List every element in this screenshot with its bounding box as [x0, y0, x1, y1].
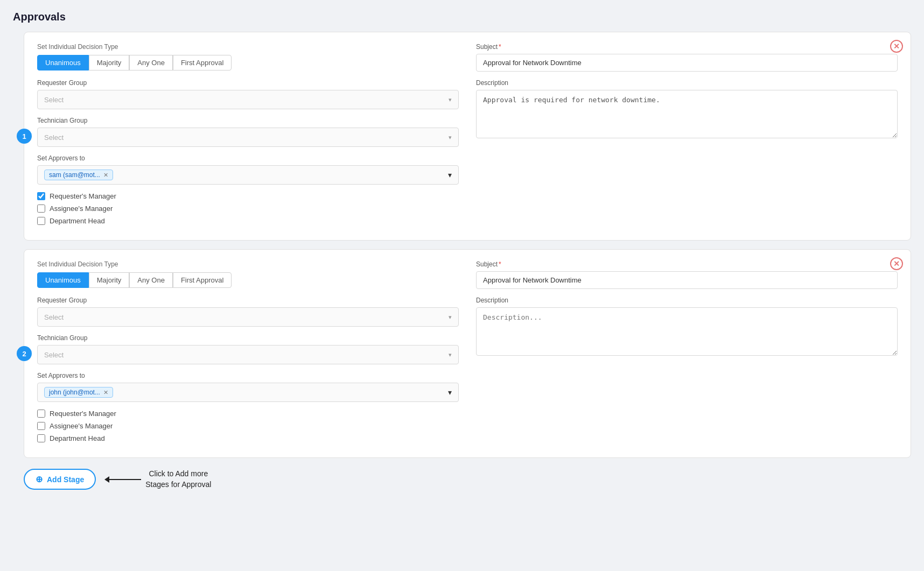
stage-2-technician-group-chevron: ▾: [449, 351, 452, 358]
stage-2-btn-any-one[interactable]: Any One: [129, 272, 173, 288]
stage-1-checkbox-department-head: Department Head: [37, 217, 459, 225]
stage-1-checkbox-requesters-manager-input[interactable]: [37, 192, 45, 200]
add-stage-plus-icon: ⊕: [36, 474, 43, 484]
stage-1-requester-group-placeholder: Select: [44, 96, 64, 104]
stage-2-technician-group-select[interactable]: Select ▾: [37, 345, 459, 364]
stage-2-right: Subject* Description: [476, 260, 898, 447]
stage-1-left: Set Individual Decision Type Unanimous M…: [37, 43, 459, 229]
stage-1-subject-input[interactable]: [476, 54, 898, 72]
stage-1-description-group: Description Approval is required for net…: [476, 79, 898, 140]
stage-2-approvers-field[interactable]: john (john@mot... ✕ ▾: [37, 383, 459, 402]
stage-1-card: 1 ✕ Set Individual Decision Type Unanimo…: [24, 32, 911, 241]
stage-2-approvers-chevron: ▾: [448, 388, 452, 397]
stage-1-decision-type-label: Set Individual Decision Type: [37, 43, 459, 51]
stage-2-requester-group: Requester Group Select ▾: [37, 297, 459, 327]
stage-2-checkbox-assignees-manager: Assignee's Manager: [37, 422, 459, 430]
stage-2-checkbox-assignees-manager-label: Assignee's Manager: [50, 422, 113, 430]
stage-1-close-button[interactable]: ✕: [890, 40, 903, 53]
stage-1-checkbox-assignees-manager-label: Assignee's Manager: [50, 205, 113, 213]
stage-1-decision-type-group: Unanimous Majority Any One First Approva…: [37, 55, 459, 71]
stage-2-description-input[interactable]: [476, 307, 898, 356]
stage-1-approver-tag-remove[interactable]: ✕: [103, 172, 108, 179]
stage-2-subject-group: Subject*: [476, 260, 898, 289]
stage-2-checkbox-department-head-label: Department Head: [50, 434, 105, 442]
stage-2-btn-unanimous[interactable]: Unanimous: [37, 272, 89, 288]
stage-1-approvers-field[interactable]: sam (sam@mot... ✕ ▾: [37, 165, 459, 185]
stage-1-checkbox-department-head-label: Department Head: [50, 217, 105, 225]
stage-2-requester-group-chevron: ▾: [449, 314, 452, 321]
stage-1-number: 1: [17, 129, 32, 144]
stage-2-technician-group: Technician Group Select ▾: [37, 334, 459, 364]
annotation-text: Click to Add moreStages for Approval: [145, 469, 211, 490]
stage-1-btn-first-approval[interactable]: First Approval: [173, 55, 232, 71]
page-title: Approvals: [13, 11, 911, 23]
stage-1-subject-label: Subject*: [476, 43, 898, 51]
stage-1-checkbox-department-head-input[interactable]: [37, 217, 45, 225]
stage-1-technician-group-placeholder: Select: [44, 133, 64, 142]
arrow-icon: [109, 479, 141, 480]
stage-1-checkbox-requesters-manager-label: Requester's Manager: [50, 192, 116, 200]
stage-1-description-input[interactable]: Approval is required for network downtim…: [476, 90, 898, 138]
add-stage-button[interactable]: ⊕ Add Stage: [24, 469, 96, 490]
stage-1-requester-group-label: Requester Group: [37, 79, 459, 87]
stage-2-approvers: Set Approvers to john (john@mot... ✕ ▾: [37, 372, 459, 402]
stage-1-subject-group: Subject*: [476, 43, 898, 72]
stage-2-checkbox-department-head-input[interactable]: [37, 434, 45, 442]
stage-1-right: Subject* Description Approval is require…: [476, 43, 898, 229]
stage-1-checkbox-requesters-manager: Requester's Manager: [37, 192, 459, 200]
arrow-annotation: [109, 479, 141, 480]
annotation: Click to Add moreStages for Approval: [109, 469, 211, 490]
stage-2-approvers-label: Set Approvers to: [37, 372, 459, 379]
stage-1-btn-any-one[interactable]: Any One: [129, 55, 173, 71]
bottom-bar: ⊕ Add Stage Click to Add moreStages for …: [13, 469, 911, 490]
stage-2-technician-group-placeholder: Select: [44, 351, 64, 359]
stage-2-description-group: Description: [476, 297, 898, 357]
stage-2-card: 2 ✕ Set Individual Decision Type Unanimo…: [24, 249, 911, 458]
stage-1-btn-unanimous[interactable]: Unanimous: [37, 55, 89, 71]
stage-2-approver-tag-text: john (john@mot...: [49, 389, 100, 396]
stage-1-checkbox-assignees-manager-input[interactable]: [37, 205, 45, 213]
stage-2-approver-tag-remove[interactable]: ✕: [103, 389, 108, 396]
stage-2-requester-group-label: Requester Group: [37, 297, 459, 304]
stage-2-checkbox-requesters-manager: Requester's Manager: [37, 410, 459, 418]
stage-1-requester-group: Requester Group Select ▾: [37, 79, 459, 109]
stage-1-technician-group-chevron: ▾: [449, 134, 452, 141]
stage-2-checkbox-department-head: Department Head: [37, 434, 459, 442]
stage-2-checkbox-requesters-manager-input[interactable]: [37, 410, 45, 418]
stage-1-approver-tag-text: sam (sam@mot...: [49, 171, 100, 179]
stage-2-subject-input[interactable]: [476, 271, 898, 289]
page-wrapper: Approvals 1 ✕ Set Individual Decision Ty…: [0, 0, 924, 500]
stage-1-approvers-chevron: ▾: [448, 171, 452, 179]
stage-2-subject-label: Subject*: [476, 260, 898, 268]
stage-2-technician-group-label: Technician Group: [37, 334, 459, 342]
stage-1-description-label: Description: [476, 79, 898, 87]
stage-2-number: 2: [17, 346, 32, 361]
stage-1-btn-majority[interactable]: Majority: [89, 55, 130, 71]
stage-1-technician-group-label: Technician Group: [37, 117, 459, 124]
stage-1-approvers-tags: sam (sam@mot... ✕: [44, 170, 444, 180]
stage-2-left: Set Individual Decision Type Unanimous M…: [37, 260, 459, 447]
stage-1-requester-group-chevron: ▾: [449, 96, 452, 103]
stage-2-approver-tag: john (john@mot... ✕: [44, 387, 113, 398]
stage-1-technician-group: Technician Group Select ▾: [37, 117, 459, 147]
stage-1-approver-tag: sam (sam@mot... ✕: [44, 170, 113, 180]
stage-1-subject-required: *: [499, 43, 501, 51]
stage-1-approvers: Set Approvers to sam (sam@mot... ✕ ▾: [37, 154, 459, 185]
stage-2-subject-required: *: [499, 260, 501, 268]
stage-2-decision-type-group: Unanimous Majority Any One First Approva…: [37, 272, 459, 288]
stage-2-btn-majority[interactable]: Majority: [89, 272, 130, 288]
stage-2-requester-group-placeholder: Select: [44, 313, 64, 321]
stage-1-technician-group-select[interactable]: Select ▾: [37, 128, 459, 147]
stage-2-approvers-tags: john (john@mot... ✕: [44, 387, 444, 398]
stage-1-requester-group-select[interactable]: Select ▾: [37, 90, 459, 109]
stage-2-requester-group-select[interactable]: Select ▾: [37, 307, 459, 327]
stage-2-checkbox-assignees-manager-input[interactable]: [37, 422, 45, 430]
stage-2-btn-first-approval[interactable]: First Approval: [173, 272, 232, 288]
stage-2-description-label: Description: [476, 297, 898, 304]
stage-2-checkbox-requesters-manager-label: Requester's Manager: [50, 410, 116, 418]
stage-2-close-button[interactable]: ✕: [890, 257, 903, 270]
stage-1-approvers-label: Set Approvers to: [37, 154, 459, 162]
add-stage-label: Add Stage: [47, 475, 84, 484]
stage-2-decision-type-label: Set Individual Decision Type: [37, 260, 459, 268]
stage-1-checkbox-assignees-manager: Assignee's Manager: [37, 205, 459, 213]
